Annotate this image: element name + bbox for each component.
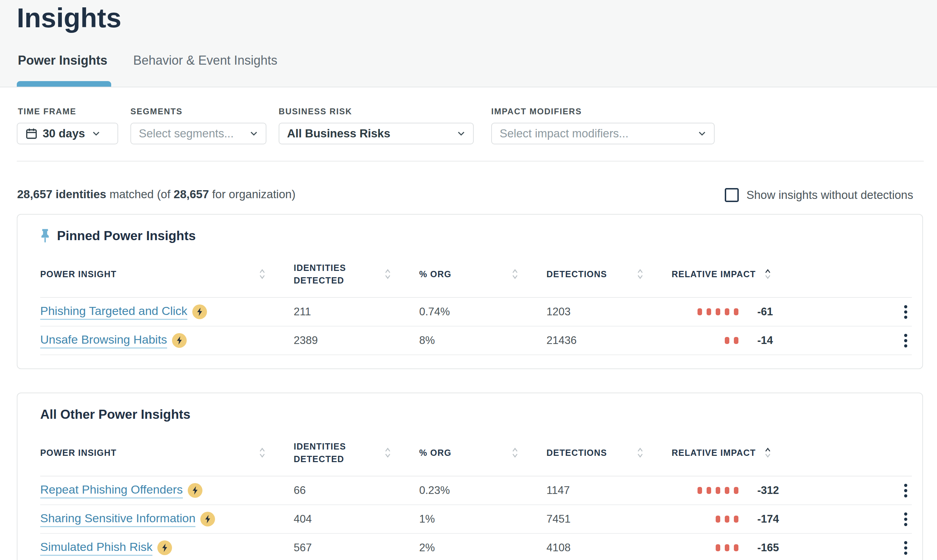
table-header-row: POWER INSIGHT IDENTITIES DETECTED % ORG … — [40, 429, 912, 477]
show-insights-checkbox[interactable] — [725, 188, 739, 202]
detections-cell: 21436 — [546, 334, 672, 347]
impact-dot — [716, 308, 720, 315]
column-header-pct-org[interactable]: % ORG — [419, 446, 546, 459]
sort-arrows-icon — [384, 268, 391, 280]
business-risk-dropdown[interactable]: All Business Risks — [278, 123, 474, 145]
column-header-pct-org[interactable]: % ORG — [419, 268, 546, 280]
power-insight-link[interactable]: Sharing Sensitive Information — [40, 511, 195, 527]
sort-arrows-icon — [384, 447, 391, 458]
impact-value: -312 — [757, 484, 779, 497]
relative-impact-cell: -165 — [672, 542, 885, 554]
power-insight-link[interactable]: Phishing Targeted and Click — [40, 304, 188, 320]
column-header-label: POWER INSIGHT — [40, 446, 117, 459]
column-header-power-insight[interactable]: POWER INSIGHT — [40, 446, 294, 459]
pct-org-cell: 8% — [419, 334, 546, 347]
row-actions-kebab-menu[interactable] — [898, 480, 913, 501]
impact-value: -165 — [757, 542, 779, 554]
sort-arrows-icon — [764, 447, 771, 458]
column-header-label: RELATIVE IMPACT — [672, 446, 756, 459]
tab-behavior-event-insights[interactable]: Behavior & Event Insights — [133, 53, 277, 68]
power-insight-link[interactable]: Repeat Phishing Offenders — [40, 483, 183, 498]
relative-impact-cell: -174 — [672, 513, 885, 525]
impact-dot — [716, 544, 720, 551]
chevron-down-icon — [250, 131, 258, 136]
column-header-label: IDENTITIES DETECTED — [294, 262, 360, 287]
impact-dot — [725, 515, 729, 523]
org-count: 28,657 — [174, 188, 209, 201]
section-header: Pinned Power Insights — [40, 228, 912, 244]
page-header-band — [0, 0, 937, 88]
impact-dot — [734, 515, 739, 523]
show-insights-label: Show insights without detections — [746, 188, 913, 202]
column-header-power-insight[interactable]: POWER INSIGHT — [40, 268, 294, 280]
pct-org-cell: 2% — [419, 542, 546, 554]
impact-modifiers-placeholder: Select impact modifiers... — [500, 127, 629, 140]
impact-dot — [725, 337, 729, 344]
relative-impact-cell: -312 — [672, 484, 885, 497]
detections-cell: 4108 — [546, 542, 672, 554]
lightning-bolt-icon — [157, 540, 172, 555]
business-risk-label: BUSINESS RISK — [278, 107, 352, 116]
impact-modifiers-label: IMPACT MODIFIERS — [491, 107, 582, 116]
sort-arrows-icon — [511, 447, 519, 458]
impact-dots — [672, 337, 739, 344]
column-header-label: % ORG — [419, 446, 451, 459]
matched-mid-text: matched (of — [106, 188, 174, 201]
page-title: Insights — [17, 2, 121, 34]
detections-cell: 1147 — [546, 484, 672, 497]
identities-detected-cell: 2389 — [294, 334, 419, 347]
row-actions-kebab-menu[interactable] — [898, 302, 913, 322]
power-insight-link[interactable]: Simulated Phish Risk — [40, 540, 152, 556]
column-header-detections[interactable]: DETECTIONS — [546, 268, 672, 280]
chevron-down-icon — [457, 131, 465, 136]
column-header-label: IDENTITIES DETECTED — [294, 440, 360, 466]
active-tab-underline — [17, 81, 111, 87]
row-actions-kebab-menu[interactable] — [898, 537, 913, 558]
impact-dot — [697, 308, 702, 315]
impact-dots — [672, 515, 739, 523]
impact-dot — [716, 515, 720, 523]
pct-org-cell: 1% — [419, 513, 546, 525]
impact-dot — [734, 544, 739, 551]
column-header-detections[interactable]: DETECTIONS — [546, 446, 672, 459]
pinned-power-insights-card: Pinned Power Insights POWER INSIGHT IDEN… — [17, 214, 923, 369]
column-header-label: % ORG — [419, 268, 451, 280]
segments-dropdown[interactable]: Select segments... — [131, 123, 266, 145]
column-header-relative-impact[interactable]: RELATIVE IMPACT — [672, 268, 885, 280]
detections-cell: 1203 — [546, 306, 672, 318]
column-header-identities-detected[interactable]: IDENTITIES DETECTED — [294, 440, 419, 466]
sort-arrows-icon — [259, 268, 266, 280]
sort-arrows-icon — [511, 268, 519, 280]
identities-detected-cell: 211 — [294, 306, 419, 318]
row-actions-kebab-menu[interactable] — [898, 330, 913, 351]
column-header-identities-detected[interactable]: IDENTITIES DETECTED — [294, 262, 419, 287]
impact-dot — [706, 308, 711, 315]
identities-detected-cell: 404 — [294, 513, 419, 525]
table-row: Phishing Targeted and Click 211 0.74% 12… — [40, 298, 912, 326]
section-header: All Other Power Insights — [40, 406, 912, 423]
impact-modifiers-dropdown[interactable]: Select impact modifiers... — [491, 123, 715, 145]
time-frame-dropdown[interactable]: 30 days — [17, 123, 118, 145]
sort-arrows-icon — [637, 447, 644, 458]
business-risk-value: All Business Risks — [287, 127, 390, 140]
lightning-bolt-icon — [188, 483, 202, 498]
row-actions-kebab-menu[interactable] — [898, 509, 913, 529]
all-other-power-insights-card: All Other Power Insights POWER INSIGHT I… — [17, 392, 923, 560]
impact-dot — [734, 308, 739, 315]
column-header-label: POWER INSIGHT — [40, 268, 117, 280]
column-header-relative-impact[interactable]: RELATIVE IMPACT — [672, 446, 885, 459]
chevron-down-icon — [698, 131, 706, 136]
table-row: Sharing Sensitive Information 404 1% 745… — [40, 505, 912, 534]
chevron-down-icon — [92, 131, 100, 136]
impact-dots — [672, 487, 739, 494]
impact-value: -14 — [757, 334, 773, 347]
impact-dots — [672, 544, 739, 551]
tab-power-insights[interactable]: Power Insights — [18, 53, 107, 68]
matched-count: 28,657 identities — [17, 188, 106, 201]
power-insight-link[interactable]: Unsafe Browsing Habits — [40, 333, 167, 349]
lightning-bolt-icon — [200, 512, 215, 526]
identities-detected-cell: 66 — [294, 484, 419, 497]
sort-arrows-icon — [259, 447, 266, 458]
identities-detected-cell: 567 — [294, 542, 419, 554]
lightning-bolt-icon — [172, 333, 187, 348]
